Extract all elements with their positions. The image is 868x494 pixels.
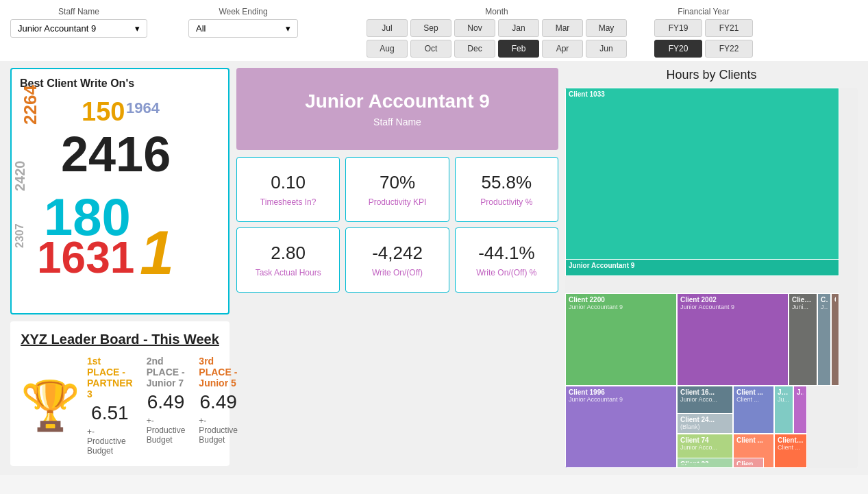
treemap: Client 1033Junior Accountant 9Client 220… — [565, 88, 858, 468]
word-1: 1 — [140, 222, 174, 284]
treemap-cell-sublabel: Junior Accountant 9 — [680, 304, 785, 310]
month-apr[interactable]: Apr — [542, 40, 583, 58]
place-3rd-sub: +- Productive Budget — [199, 416, 238, 445]
treemap-cell-sublabel: Junior Accountant 9 — [569, 304, 673, 310]
month-nov[interactable]: Nov — [454, 19, 495, 37]
word-cloud-box: Best Client Write On's 150 1964 2264 241… — [10, 68, 230, 314]
treemap-cell-label: Client 1033 — [569, 90, 836, 98]
treemap-cell: Client 2200Junior Accountant 9 — [565, 293, 677, 386]
treemap-cell: Clie...Jun... — [817, 293, 831, 386]
place-2nd: 2nd PLACE - Junior 7 6.49 +- Productive … — [147, 356, 186, 456]
month-filter: Month Jul Sep Nov Jan Mar May Aug Oct De… — [367, 7, 627, 58]
staff-name-value: Junior Accountant 9 — [18, 23, 96, 34]
place-1st: 1st PLACE - PARTNER 3 6.51 +- Productive… — [87, 356, 133, 456]
treemap-cell-sublabel: Client ... — [736, 396, 771, 403]
treemap-cell-label: Client 24... — [680, 416, 730, 423]
place-2nd-label: 2nd PLACE - Junior 7 — [147, 356, 186, 388]
fy-label: Financial Year — [654, 7, 753, 16]
treemap-cell: Client 1033 — [565, 88, 839, 273]
treemap-cell-label: Client ... — [736, 460, 760, 465]
treemap-cell-label: Client ... — [792, 296, 814, 304]
kpi-write-on-off: -4,242 Write On/(Off) — [345, 227, 449, 293]
month-aug[interactable]: Aug — [367, 40, 408, 58]
month-buttons-row2: Aug Oct Dec Feb Apr Jun — [367, 40, 627, 58]
staff-name-filter: Staff Name Junior Accountant 9 ▾ — [10, 7, 147, 38]
treemap-cell-sublabel: Jun... — [821, 304, 828, 310]
place-1st-label: 1st PLACE - PARTNER 3 — [87, 356, 133, 399]
treemap-cell-label: Ju... — [778, 388, 790, 396]
hours-by-clients-title: Hours by Clients — [565, 68, 858, 82]
center-panel: Junior Accountant 9 Staff Name 0.10 Time… — [236, 68, 558, 468]
month-oct[interactable]: Oct — [410, 40, 451, 58]
trophy-icon: 🏆 — [21, 382, 80, 430]
kpi-timesheets-label: Timesheets In? — [260, 197, 317, 207]
month-sep[interactable]: Sep — [410, 19, 451, 37]
treemap-cell-label: Client 2002 — [680, 296, 785, 304]
month-label: Month — [367, 7, 627, 16]
treemap-cell: Client ... — [733, 458, 764, 468]
treemap-cell-label: Client 74 — [680, 436, 730, 444]
week-ending-filter: Week Ending All ▾ — [188, 7, 298, 38]
staff-card-label: Staff Name — [250, 116, 545, 127]
chevron-down-icon: ▾ — [135, 23, 140, 34]
fy-fy21[interactable]: FY21 — [705, 19, 753, 37]
fy-fy19[interactable]: FY19 — [654, 19, 702, 37]
kpi-productivity-kpi: 70% Productivity KPI — [345, 157, 449, 222]
left-panel: Best Client Write On's 150 1964 2264 241… — [10, 68, 230, 468]
treemap-cell-label: Clie... — [821, 296, 828, 304]
treemap-cell-sublabel: Client ... — [778, 444, 804, 451]
kpi-timesheets-value: 0.10 — [271, 172, 306, 193]
word-2416: 2416 — [61, 129, 171, 179]
fy-fy22[interactable]: FY22 — [705, 40, 753, 58]
word-150: 150 — [82, 99, 125, 125]
treemap-cell-label: Client ... — [736, 436, 771, 444]
treemap-cell-sublabel: Ju... — [778, 396, 790, 403]
month-dec[interactable]: Dec — [454, 40, 495, 58]
month-jul[interactable]: Jul — [367, 19, 408, 37]
place-2nd-value: 6.49 — [147, 391, 185, 413]
treemap-cell-label: Client ... — [736, 388, 771, 396]
treemap-cell: Client 24...(Blank) — [677, 413, 733, 434]
month-jan[interactable]: Jan — [498, 19, 539, 37]
treemap-cell-label: Junior Accountant 9 — [569, 262, 836, 269]
treemap-cell-label: Cli... — [834, 296, 836, 304]
word-1964: 1964 — [126, 101, 160, 116]
staff-name-label: Staff Name — [10, 7, 147, 16]
kpi-productivity-pct-value: 55.8% — [481, 172, 532, 193]
month-mar[interactable]: Mar — [542, 19, 583, 37]
treemap-cell-label: Client ... — [778, 436, 804, 444]
month-buttons-row1: Jul Sep Nov Jan Mar May — [367, 19, 627, 37]
treemap-cell-sublabel: (Blank) — [680, 423, 730, 430]
treemap-cell-sublabel: Junior Accountant 9 — [569, 396, 673, 403]
treemap-cell: Client ...Client ... — [733, 386, 774, 434]
kpi-task-hours: 2.80 Task Actual Hours — [236, 227, 340, 293]
place-3rd: 3rd PLACE - Junior 5 6.49 +- Productive … — [199, 356, 238, 456]
place-3rd-value: 6.49 — [199, 391, 237, 413]
word-cloud: 150 1964 2264 2416 2420 180 2307 1631 1 — [20, 95, 220, 301]
treemap-cell: Ju... — [793, 386, 807, 434]
fy-buttons-row1: FY19 FY21 — [654, 19, 753, 37]
place-3rd-label: 3rd PLACE - Junior 5 — [199, 356, 238, 388]
treemap-cell: Client 1996Junior Accountant 9 — [565, 386, 677, 468]
staff-card: Junior Accountant 9 Staff Name — [236, 68, 558, 150]
staff-name-select[interactable]: Junior Accountant 9 ▾ — [10, 19, 147, 38]
week-ending-value: All — [196, 23, 206, 34]
week-ending-label: Week Ending — [188, 7, 298, 16]
main-content: Best Client Write On's 150 1964 2264 241… — [0, 61, 868, 475]
month-may[interactable]: May — [586, 19, 627, 37]
treemap-cell-sublabel: Client ... — [680, 463, 730, 465]
kpi-productivity-kpi-value: 70% — [380, 172, 415, 193]
fy-fy20[interactable]: FY20 — [654, 40, 702, 58]
treemap-cell: Ju...Ju... — [774, 386, 793, 434]
treemap-cell-label: Client 16... — [680, 388, 730, 396]
treemap-cell-label: Client 1996 — [569, 388, 673, 396]
staff-card-name: Junior Accountant 9 — [250, 90, 545, 112]
week-ending-select[interactable]: All ▾ — [188, 19, 298, 38]
month-feb[interactable]: Feb — [498, 40, 539, 58]
month-jun[interactable]: Jun — [586, 40, 627, 58]
treemap-cell: Client 23...Client ... — [677, 458, 733, 468]
word-2420: 2420 — [13, 161, 27, 192]
word-cloud-title: Best Client Write On's — [20, 77, 220, 90]
place-1st-sub: +- Productive Budget — [87, 427, 133, 456]
kpi-productivity-kpi-label: Productivity KPI — [369, 197, 427, 207]
